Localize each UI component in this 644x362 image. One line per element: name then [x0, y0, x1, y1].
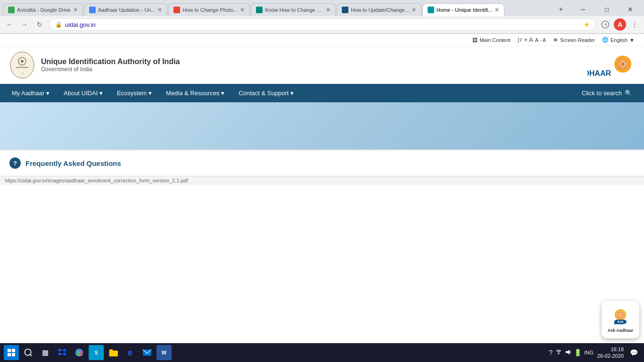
tab-close-tab5[interactable]: ✕ [412, 7, 416, 13]
status-url: https://uidai.gov.in/images/aadhaar_enro… [5, 178, 188, 183]
browser-tab-tab6[interactable]: Home - Unique Identifi...✕ [422, 3, 505, 16]
close-window-button[interactable]: ✕ [619, 3, 641, 16]
tab-bar: Anindita - Google Drive✕Aadhaar Updation… [0, 0, 644, 16]
browser-tab-tab5[interactable]: How to Update/Change...✕ [337, 3, 421, 16]
browser-actions: A ⋮ [600, 18, 640, 31]
tab-favicon-tab2 [89, 7, 96, 13]
nav-item-0[interactable]: My Aadhaar ▾ [5, 84, 57, 102]
browser-tab-tab3[interactable]: How to Change Photo...✕ [168, 3, 250, 16]
address-bar[interactable]: 🔒 uidai.gov.in ★ [49, 18, 596, 31]
tab-favicon-tab5 [342, 7, 348, 13]
tab-favicon-tab1 [8, 7, 15, 13]
bookmark-icon[interactable]: ★ [584, 21, 590, 28]
font-icon: 𝕁𝑇 [518, 37, 522, 43]
accessibility-bar: 🖼 Main Content 𝕁𝑇 + A A - A 👁 Screen Rea… [0, 34, 644, 46]
tab-favicon-tab3 [173, 7, 180, 13]
new-tab-button[interactable]: + [554, 3, 568, 16]
logo-text: Unique Identification Authority of India… [41, 58, 180, 73]
tab-close-tab2[interactable]: ✕ [157, 7, 162, 13]
forward-button[interactable]: → [19, 19, 30, 30]
url-input[interactable]: uidai.gov.in [65, 21, 581, 28]
svg-text:AADHAAR: AADHAAR [587, 69, 611, 77]
logo-section: ☉ Unique Identification Authority of Ind… [9, 51, 180, 79]
menu-icon[interactable]: ⋮ [629, 19, 640, 30]
profile-icon[interactable]: A [614, 18, 626, 31]
tab-favicon-tab6 [428, 7, 434, 13]
gov-name: Government of India [41, 66, 180, 73]
main-content-link[interactable]: 🖼 Main Content [472, 37, 510, 43]
faq-label: Frequently Asked Questions [25, 159, 121, 167]
lock-icon: 🔒 [55, 21, 62, 28]
browser-tab-tab2[interactable]: Aadhaar Updation - Un...✕ [84, 3, 168, 16]
screen-reader-link[interactable]: 👁 Screen Reader [553, 37, 595, 43]
svg-text:☉: ☉ [21, 72, 24, 75]
font-size-controls[interactable]: 𝕁𝑇 + A A - A [518, 36, 546, 43]
main-nav: My Aadhaar ▾About UIDAI ▾Ecosystem ▾Medi… [0, 84, 644, 102]
tab-close-tab3[interactable]: ✕ [240, 7, 245, 13]
font-increase-button[interactable]: + A [524, 36, 533, 43]
tab-title-tab3: How to Change Photo... [182, 7, 238, 13]
aadhaar-logo: AADHAAR [587, 51, 635, 79]
language-icon: 🌐 [602, 37, 609, 43]
org-name: Unique Identification Authority of India [41, 58, 180, 66]
maximize-button[interactable]: ◻ [596, 3, 618, 16]
tab-title-tab4: Know How to Change P... [265, 7, 323, 13]
browser-tab-tab4[interactable]: Know How to Change P...✕ [251, 3, 336, 16]
tab-favicon-tab4 [256, 7, 263, 13]
tab-close-tab6[interactable]: ✕ [495, 7, 499, 13]
status-bar: https://uidai.gov.in/images/aadhaar_enro… [0, 176, 644, 185]
tab-title-tab2: Aadhaar Updation - Un... [98, 7, 156, 13]
chevron-down-icon: ▼ [629, 37, 635, 43]
screen-reader-icon: 👁 [553, 37, 558, 43]
search-icon: 🔍 [625, 90, 632, 97]
monitor-icon: 🖼 [472, 37, 478, 43]
gov-emblem: ☉ [9, 51, 35, 79]
site-header: ☉ Unique Identification Authority of Ind… [0, 46, 644, 84]
main-content-label: Main Content [479, 37, 510, 43]
minimize-button[interactable]: – [572, 3, 594, 16]
back-button[interactable]: ← [4, 19, 15, 30]
tab-title-tab6: Home - Unique Identifi... [437, 7, 493, 13]
nav-item-2[interactable]: Ecosystem ▾ [110, 84, 159, 102]
hero-section [0, 102, 644, 149]
search-button[interactable]: Click to search 🔍 [575, 84, 639, 102]
svg-point-5 [21, 60, 24, 63]
tab-title-tab5: How to Update/Change... [351, 7, 409, 13]
extensions-icon[interactable] [600, 19, 611, 30]
refresh-button[interactable]: ↻ [34, 19, 45, 30]
nav-item-4[interactable]: Contact & Support ▾ [231, 84, 301, 102]
faq-bar: ? Frequently Asked Questions [0, 149, 644, 176]
tab-close-tab1[interactable]: ✕ [73, 7, 78, 13]
browser-tab-tab1[interactable]: Anindita - Google Drive✕ [3, 3, 83, 16]
search-label: Click to search [582, 90, 622, 97]
language-selector[interactable]: 🌐 English ▼ [602, 37, 635, 43]
browser-controls: ← → ↻ 🔒 uidai.gov.in ★ A ⋮ [0, 16, 644, 33]
tab-close-tab4[interactable]: ✕ [326, 7, 330, 13]
tab-title-tab1: Anindita - Google Drive [17, 7, 71, 13]
faq-icon: ? [9, 157, 21, 169]
nav-item-3[interactable]: Media & Resources ▾ [159, 84, 231, 102]
nav-item-1[interactable]: About UIDAI ▾ [57, 84, 110, 102]
browser-chrome: Anindita - Google Drive✕Aadhaar Updation… [0, 0, 644, 34]
